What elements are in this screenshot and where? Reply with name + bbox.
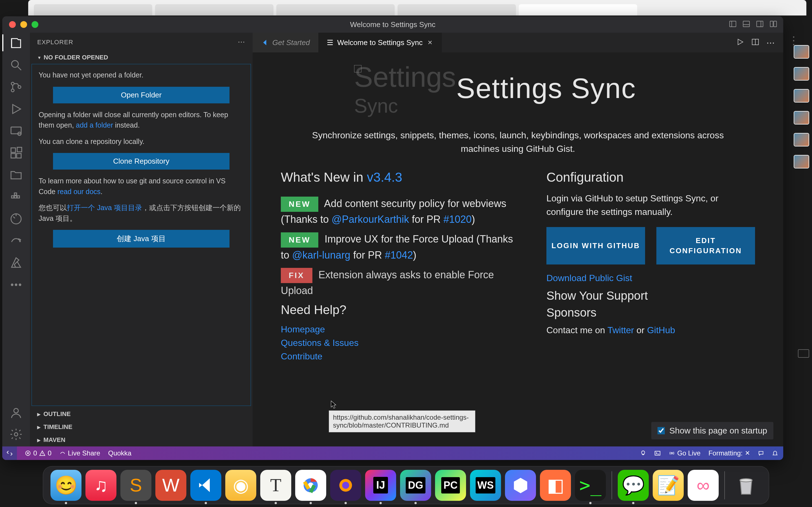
dock-app4[interactable]: ∞ [688, 470, 719, 501]
run-icon[interactable] [736, 38, 744, 47]
activity-debug[interactable] [9, 102, 23, 116]
status-quokka[interactable]: Quokka [108, 449, 132, 457]
dock-wechat[interactable]: 💬 [618, 470, 649, 501]
editor-tabs: Get Started ☰ Welcome to Settings Sync ×… [253, 33, 783, 52]
dock-app1[interactable]: ◉ [225, 470, 256, 501]
edit-configuration-button[interactable]: EDIT CONFIGURATION [656, 227, 755, 265]
activity-extensions[interactable] [9, 146, 23, 160]
svg-rect-17 [17, 154, 21, 158]
homepage-link[interactable]: Homepage [281, 323, 524, 336]
status-golive[interactable]: Go Live [669, 449, 701, 457]
sidebar-timeline[interactable]: TIMELINE [30, 420, 253, 434]
twitter-link[interactable]: Twitter [607, 325, 634, 335]
sidebar-maven[interactable]: MAVEN [30, 434, 253, 446]
sidebar-title: EXPLORER [37, 39, 73, 46]
activity-scm[interactable] [9, 80, 23, 94]
dock-finder[interactable]: 😊 [50, 470, 82, 501]
contribute-link[interactable]: Contribute [281, 349, 524, 363]
support-heading: Show Your Support [546, 289, 755, 302]
dock-notes[interactable]: 📝 [653, 470, 684, 501]
dock-app2[interactable]: ⬢ [505, 470, 536, 501]
clone-repository-button[interactable]: Clone Repository [53, 153, 230, 170]
activity-gitlens[interactable] [9, 212, 23, 226]
dock-intellij[interactable]: IJ [365, 470, 396, 501]
sidebar-section-no-folder[interactable]: NO FOLDER OPENED [30, 52, 253, 63]
dock-trash[interactable] [730, 470, 762, 501]
activity-search[interactable] [9, 58, 23, 72]
tab-settings-sync[interactable]: ☰ Welcome to Settings Sync × [318, 33, 442, 52]
read-docs-link[interactable]: read our docs [57, 187, 101, 195]
status-lightbulb[interactable] [640, 450, 646, 456]
tab-more-icon[interactable]: ⋯ [766, 38, 775, 48]
settings-sync-page: Settings Sync Settings Sync Synchronize … [253, 52, 783, 446]
vscode-window: Welcome to Settings Sync [2, 16, 783, 460]
preview-icon: ☰ [327, 38, 333, 47]
status-bar: 0 0 Live Share Quokka Go Live Formatting… [2, 446, 783, 460]
activity-remote[interactable] [9, 124, 23, 138]
java-note: 您也可以打开一个 Java 项目目录，或点击下方按钮创建一个新的 Java 项目… [39, 203, 244, 224]
user-link[interactable]: @karl-lunarg [292, 249, 350, 261]
dock-webstorm[interactable]: WS [470, 470, 501, 501]
whatsnew-heading: What's New in v3.4.3 [281, 170, 524, 185]
chevron-right-icon [37, 437, 41, 443]
svg-point-27 [14, 408, 18, 413]
dock-music[interactable]: ♫ [86, 470, 116, 501]
activity-bar [2, 33, 30, 446]
activity-azure[interactable] [9, 256, 23, 270]
startup-checkbox[interactable] [658, 427, 665, 434]
activity-folder[interactable] [9, 168, 23, 182]
questions-link[interactable]: Questions & Issues [281, 336, 524, 349]
activity-docker[interactable] [9, 190, 23, 204]
user-link[interactable]: @ParkourKarthik [332, 214, 409, 225]
svg-line-9 [18, 67, 21, 70]
dock-chrome[interactable] [295, 470, 326, 501]
dock-typora[interactable]: T [260, 470, 291, 501]
activity-more[interactable] [9, 278, 23, 292]
dock-datagrip[interactable]: DG [400, 470, 431, 501]
dock-terminal[interactable]: >_ [575, 470, 606, 501]
status-formatting[interactable]: Formatting: ✕ [709, 449, 750, 457]
dock-vscode[interactable] [190, 470, 221, 501]
add-folder-link[interactable]: add a folder [76, 121, 113, 129]
pr-link[interactable]: #1042 [385, 249, 413, 261]
svg-rect-2 [743, 21, 750, 27]
window-minimize-button[interactable] [20, 21, 27, 28]
tab-close-button[interactable]: × [426, 38, 434, 47]
login-github-button[interactable]: LOGIN WITH GITHUB [546, 227, 645, 265]
panel-left-icon[interactable] [728, 20, 737, 29]
contact-text: Contact me on Twitter or GitHub [546, 325, 755, 335]
layout-icon[interactable] [769, 20, 777, 29]
activity-account[interactable] [9, 406, 23, 420]
dock-pycharm[interactable]: PC [435, 470, 466, 501]
activity-share[interactable] [9, 234, 23, 248]
open-java-link[interactable]: 打开一个 Java 项目目录 [67, 204, 142, 212]
panel-bottom-icon[interactable] [742, 20, 751, 29]
github-link[interactable]: GitHub [647, 325, 675, 335]
status-liveshare[interactable]: Live Share [59, 449, 100, 457]
remote-indicator[interactable] [2, 446, 17, 460]
dock-sublime[interactable]: S [120, 470, 151, 501]
svg-rect-7 [774, 21, 776, 27]
svg-point-26 [19, 284, 21, 286]
startup-checkbox-row[interactable]: Show this page on startup [651, 422, 773, 439]
tab-get-started[interactable]: Get Started [253, 33, 318, 52]
create-java-button[interactable]: 创建 Java 项目 [53, 230, 230, 247]
status-bell[interactable] [772, 450, 778, 456]
dock-firefox[interactable] [330, 470, 361, 501]
sidebar-more-icon[interactable]: ⋯ [238, 38, 245, 47]
status-feedback[interactable] [758, 450, 764, 456]
activity-explorer[interactable] [9, 36, 23, 50]
pr-link[interactable]: #1020 [444, 214, 472, 225]
activity-settings[interactable] [9, 427, 23, 441]
dock-wps[interactable]: W [155, 470, 186, 501]
window-close-button[interactable] [9, 21, 16, 28]
status-terminal[interactable] [654, 450, 661, 457]
panel-right-icon[interactable] [756, 20, 764, 29]
sidebar-outline[interactable]: OUTLINE [30, 407, 253, 420]
dock-app3[interactable]: ◧ [540, 470, 571, 501]
window-maximize-button[interactable] [32, 21, 38, 28]
open-folder-button[interactable]: Open Folder [53, 87, 230, 103]
status-problems[interactable]: 0 0 [25, 449, 52, 457]
download-gist-link[interactable]: Download Public Gist [546, 273, 632, 283]
split-editor-icon[interactable] [751, 38, 760, 47]
